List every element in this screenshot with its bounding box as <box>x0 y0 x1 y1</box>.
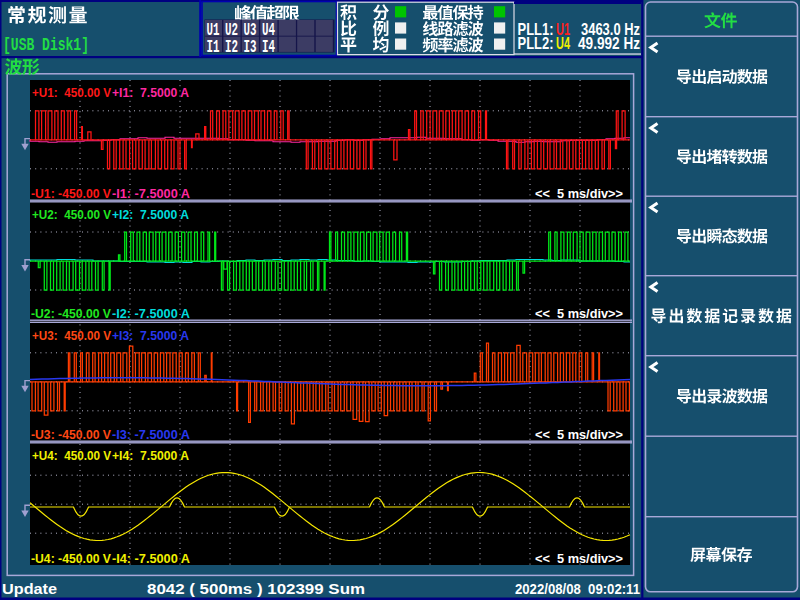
svg-text:-U3: -450.00 V: -U3: -450.00 V <box>31 427 111 442</box>
svg-text:+U3: 450.00 V: +U3: 450.00 V <box>32 328 111 343</box>
svg-text:[USB Disk1]: [USB Disk1] <box>3 35 89 55</box>
svg-text:+U4: 450.00 V: +U4: 450.00 V <box>32 448 111 463</box>
svg-text:I3: I3 <box>243 37 256 57</box>
svg-text:<< 5 ms/div>>: << 5 ms/div>> <box>535 551 623 566</box>
svg-text:I4: I4 <box>262 37 275 57</box>
svg-text:PLL2:: PLL2: <box>518 34 554 52</box>
svg-text:49.992 Hz: 49.992 Hz <box>578 34 640 52</box>
svg-text:-U4: -450.00 V: -U4: -450.00 V <box>31 551 111 566</box>
svg-text:<< 5 ms/div>>: << 5 ms/div>> <box>535 186 623 201</box>
svg-text:I2: I2 <box>225 37 238 57</box>
svg-text:-U1: -450.00 V: -U1: -450.00 V <box>31 186 111 201</box>
svg-text:<< 5 ms/div>>: << 5 ms/div>> <box>535 427 623 442</box>
svg-text:8042 ( 500ms ) 102399 Sum: 8042 ( 500ms ) 102399 Sum <box>147 581 365 597</box>
svg-text:<< 5 ms/div>>: << 5 ms/div>> <box>535 306 623 321</box>
svg-text:2022/08/08 09:02:11: 2022/08/08 09:02:11 <box>515 581 640 597</box>
svg-text:+I1: 7.5000 A: +I1: 7.5000 A <box>112 85 189 100</box>
svg-text:U4: U4 <box>556 34 571 52</box>
svg-text:I1: I1 <box>207 37 220 57</box>
svg-text:+U2: 450.00 V: +U2: 450.00 V <box>32 207 111 222</box>
svg-text:-I3: -7.5000 A: -I3: -7.5000 A <box>112 427 190 442</box>
svg-text:-I2: -7.5000 A: -I2: -7.5000 A <box>112 306 190 321</box>
svg-text:-I1: -7.5000 A: -I1: -7.5000 A <box>112 186 190 201</box>
svg-text:+I4: 7.5000 A: +I4: 7.5000 A <box>112 448 189 463</box>
svg-text:-I4: -7.5000 A: -I4: -7.5000 A <box>112 551 190 566</box>
svg-text:-U2: -450.00 V: -U2: -450.00 V <box>31 306 111 321</box>
svg-text:Update: Update <box>2 581 57 597</box>
svg-text:+U1: 450.00 V: +U1: 450.00 V <box>32 85 111 100</box>
svg-text:+I3: 7.5000 A: +I3: 7.5000 A <box>112 328 189 343</box>
svg-text:+I2: 7.5000 A: +I2: 7.5000 A <box>112 207 189 222</box>
